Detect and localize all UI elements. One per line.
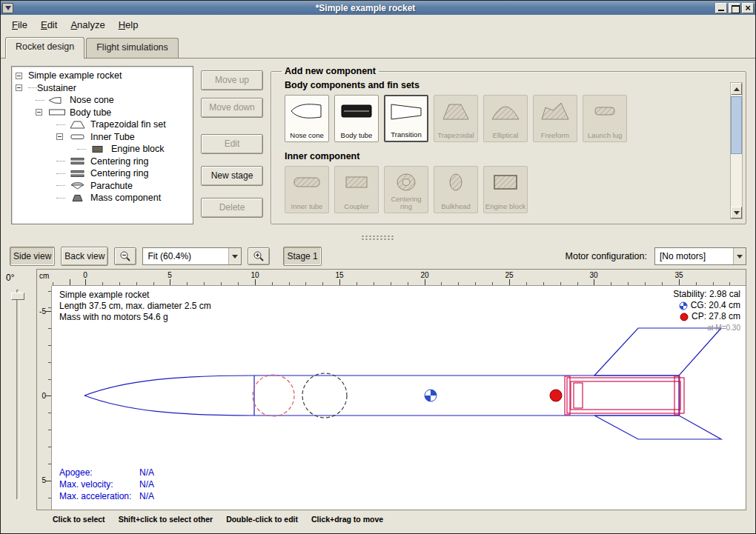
- new-stage-button[interactable]: New stage: [201, 166, 263, 186]
- motor-configuration-select[interactable]: [No motors]: [654, 247, 746, 265]
- tree-item-label: Inner Tube: [90, 132, 135, 142]
- engine-block-button[interactable]: Engine block: [483, 166, 528, 213]
- tree-item-label: Simple example rocket: [28, 70, 122, 81]
- horizontal-ruler: 0 5 10 15 20 25 30 35: [52, 270, 746, 286]
- menu-edit[interactable]: Edit: [34, 16, 64, 33]
- back-view-button[interactable]: Back view: [61, 247, 108, 266]
- menu-file[interactable]: File: [5, 16, 34, 33]
- launch-lug-icon: [588, 100, 622, 122]
- inner-component-row: Inner tube Coupler Centering ring Bulkhe…: [285, 166, 738, 213]
- tree-item-label: Centering ring: [90, 168, 149, 178]
- tree-item-sustainer[interactable]: Sustainer: [13, 82, 191, 95]
- rotation-slider-track[interactable]: [16, 290, 19, 500]
- scroll-down-button[interactable]: [731, 207, 742, 218]
- max-acceleration-label: Max. acceleration:: [59, 490, 139, 502]
- scrollbar-thumb[interactable]: [731, 96, 742, 154]
- tree-expander-icon[interactable]: [36, 109, 42, 116]
- stability-value: Stability: 2.98 cal: [673, 289, 740, 300]
- nose-cone-button[interactable]: Nose cone: [285, 95, 329, 142]
- transition-button[interactable]: Transition: [384, 95, 428, 142]
- tree-item-rocket[interactable]: Simple example rocket: [13, 70, 191, 82]
- mach-condition: at M=0.30: [673, 322, 740, 333]
- coupler-icon: [339, 171, 374, 193]
- nose-cone-icon: [290, 100, 324, 122]
- close-button[interactable]: [742, 3, 754, 13]
- tree-action-buttons: Move up Move down Edit New stage Delete: [201, 66, 263, 224]
- fin-set-icon: [69, 120, 88, 130]
- freeform-fin-button[interactable]: Freeform: [533, 95, 577, 142]
- tree-item-parachute[interactable]: Parachute: [13, 180, 191, 193]
- diagram-viewport: cm 0 5 10 15 20 25 30 35 -5 0 5: [36, 269, 746, 510]
- tree-item-engine-block[interactable]: Engine block: [13, 143, 191, 156]
- tab-rocket-design[interactable]: Rocket design: [5, 37, 84, 59]
- app-icon[interactable]: [2, 3, 13, 13]
- rocket-canvas[interactable]: Simple example rocket Length 37.5 cm, ma…: [52, 286, 746, 510]
- hint-click-drag: Click+drag to move: [311, 515, 383, 533]
- hint-click-select: Click to select: [53, 515, 105, 533]
- rocket-dimensions: Length 37.5 cm, max. diameter 2.5 cm: [59, 301, 211, 312]
- tree-item-mass-component[interactable]: Mass component: [13, 192, 191, 204]
- minimize-button[interactable]: [715, 3, 727, 13]
- rotation-slider-thumb[interactable]: [11, 293, 24, 300]
- bulkhead-icon: [439, 171, 473, 193]
- bulkhead-button[interactable]: Bulkhead: [434, 166, 478, 213]
- triangle-up-icon: [734, 87, 740, 91]
- titlebar[interactable]: *Simple example rocket: [1, 1, 755, 15]
- body-tube-icon: [48, 107, 67, 117]
- zoom-out-button[interactable]: [114, 247, 136, 265]
- hint-shift-click: Shift+click to select other: [119, 515, 213, 533]
- tree-item-fin-set[interactable]: Trapezoidal fin set: [13, 119, 191, 131]
- side-view-button[interactable]: Side view: [10, 247, 55, 266]
- maximize-button[interactable]: [729, 3, 740, 13]
- coupler-button[interactable]: Coupler: [334, 166, 379, 213]
- rocket-mass: Mass with no motors 54.6 g: [59, 312, 211, 323]
- component-scrollbar[interactable]: [730, 82, 743, 219]
- tree-item-nose-cone[interactable]: Nose cone: [13, 94, 191, 107]
- component-tree[interactable]: Simple example rocket Sustainer Nose con…: [11, 66, 193, 224]
- triangle-down-icon: [734, 211, 740, 215]
- scroll-up-button[interactable]: [731, 83, 742, 95]
- elliptical-fin-button[interactable]: Elliptical: [483, 95, 528, 142]
- tree-item-centering-ring-1[interactable]: Centering ring: [13, 156, 191, 168]
- centering-ring-button[interactable]: Centering ring: [384, 166, 428, 213]
- tree-item-label: Sustainer: [37, 83, 76, 93]
- freeform-fin-icon: [538, 100, 572, 122]
- trapezoidal-fin-icon: [439, 100, 473, 122]
- menu-help[interactable]: Help: [112, 16, 145, 33]
- tree-branch: [28, 87, 37, 88]
- tree-item-inner-tube[interactable]: Inner Tube: [13, 131, 191, 144]
- body-tube-button[interactable]: Body tube: [334, 95, 379, 142]
- ruler-tick-label: 30: [589, 271, 597, 279]
- motor-dropdown-arrow[interactable]: [733, 248, 746, 264]
- inner-tube-button[interactable]: Inner tube: [285, 166, 329, 213]
- edit-button[interactable]: Edit: [201, 134, 263, 154]
- tree-expander-icon[interactable]: [56, 133, 63, 140]
- stage-1-toggle[interactable]: Stage 1: [283, 247, 321, 266]
- panel-splitter[interactable]: [1, 232, 755, 244]
- max-velocity-value: N/A: [139, 478, 154, 490]
- move-down-button[interactable]: Move down: [201, 98, 263, 118]
- menu-analyze[interactable]: Analyze: [64, 16, 111, 33]
- launch-lug-button[interactable]: Launch lug: [583, 95, 627, 142]
- zoom-in-button[interactable]: [248, 247, 270, 265]
- tab-flight-simulations[interactable]: Flight simulations: [86, 38, 179, 58]
- trapezoidal-fin-button[interactable]: Trapezoidal: [434, 95, 478, 142]
- body-components-label: Body components and fin sets: [285, 80, 738, 90]
- move-up-button[interactable]: Move up: [201, 70, 263, 90]
- ruler-tick-label: 10: [251, 271, 259, 279]
- max-velocity-label: Max. velocity:: [59, 478, 139, 490]
- tree-item-body-tube[interactable]: Body tube: [13, 107, 191, 119]
- tree-expander-icon[interactable]: [16, 73, 22, 79]
- zoom-dropdown-arrow[interactable]: [228, 248, 241, 264]
- zoom-select[interactable]: Fit (60.4%): [142, 247, 242, 265]
- cg-value: CG: 20.4 cm: [691, 300, 740, 311]
- tree-expander-icon[interactable]: [16, 84, 22, 91]
- tree-item-label: Trapezoidal fin set: [90, 119, 166, 130]
- ruler-tick-label: 5: [168, 271, 172, 279]
- tree-item-centering-ring-2[interactable]: Centering ring: [13, 167, 191, 180]
- elliptical-fin-icon: [488, 100, 523, 122]
- rocket-info: Simple example rocket Length 37.5 cm, ma…: [59, 290, 211, 323]
- transition-icon: [389, 101, 423, 123]
- delete-button[interactable]: Delete: [201, 198, 263, 218]
- body-tube-icon: [339, 100, 374, 122]
